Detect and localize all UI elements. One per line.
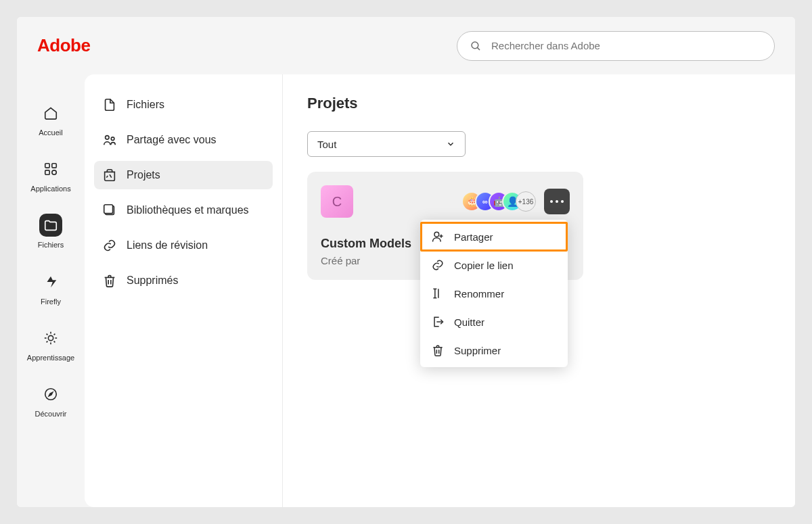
sidebar-item-partage[interactable]: Partagé avec vous (94, 126, 273, 154)
svg-rect-3 (52, 164, 56, 168)
page-title: Projets (307, 95, 771, 112)
file-icon (102, 97, 117, 112)
svg-point-23 (434, 232, 439, 237)
share-person-icon (431, 230, 445, 243)
rail-item-fichiers[interactable]: Fichiers (24, 214, 78, 249)
svg-rect-4 (45, 170, 49, 174)
sidebar-label: Projets (127, 169, 160, 181)
libraries-icon (102, 203, 117, 218)
menu-label: Supprimer (454, 345, 501, 356)
rename-icon (431, 287, 445, 300)
sidebar: Fichiers Partagé avec vous Projets Bibli… (85, 74, 282, 507)
more-options-button[interactable] (544, 189, 570, 214)
svg-line-13 (47, 341, 48, 342)
menu-label: Copier le lien (454, 260, 514, 271)
rail-item-apprentissage[interactable]: Apprentissage (24, 327, 78, 362)
sidebar-label: Bibliothèques et marques (127, 204, 249, 216)
apps-icon (39, 158, 62, 181)
nav-rail: Accueil Applications Fichiers Firefly (17, 74, 85, 507)
adobe-logo: Adobe (37, 35, 90, 56)
rail-label: Accueil (39, 128, 62, 137)
trash-icon (102, 273, 117, 288)
sidebar-label: Liens de révision (127, 239, 208, 252)
sidebar-item-liens[interactable]: Liens de révision (94, 231, 273, 260)
svg-rect-20 (104, 205, 113, 214)
svg-rect-2 (45, 164, 49, 168)
svg-line-12 (54, 341, 55, 342)
sidebar-label: Fichiers (127, 99, 164, 111)
rail-label: Firefly (41, 297, 61, 306)
project-card[interactable]: C 🎂 ∞ 🤖 👤 +136 Custom (307, 172, 583, 280)
svg-point-0 (472, 42, 478, 49)
svg-point-18 (111, 137, 114, 141)
search-field[interactable] (457, 31, 775, 61)
menu-item-renommer[interactable]: Renommer (420, 279, 568, 308)
avatar-stack: 🎂 ∞ 🤖 👤 +136 (461, 191, 536, 212)
rail-item-decouvrir[interactable]: Découvrir (24, 383, 78, 419)
menu-label: Renommer (454, 288, 504, 300)
filter-select[interactable]: Tout (307, 131, 466, 157)
sidebar-item-supprimes[interactable]: Supprimés (94, 266, 273, 295)
rail-label: Découvrir (35, 410, 66, 419)
svg-point-17 (106, 136, 110, 140)
svg-line-1 (477, 47, 480, 50)
menu-label: Partager (454, 231, 493, 243)
rail-label: Applications (30, 185, 70, 193)
files-icon (39, 214, 62, 237)
menu-item-supprimer[interactable]: Supprimer (420, 336, 568, 364)
learn-icon (39, 327, 62, 350)
chevron-down-icon (446, 139, 455, 149)
collaborators: 🎂 ∞ 🤖 👤 +136 (461, 189, 570, 214)
delete-icon (431, 343, 445, 357)
sidebar-item-projets[interactable]: Projets (94, 161, 273, 189)
sidebar-label: Partagé avec vous (127, 134, 217, 146)
sidebar-item-bibliotheques[interactable]: Bibliothèques et marques (94, 196, 273, 224)
app-window: Adobe Accueil Applications (17, 17, 795, 507)
home-icon (39, 101, 62, 124)
svg-line-14 (54, 333, 55, 335)
link-icon (431, 258, 445, 272)
avatar-more-count: +136 (516, 191, 536, 212)
card-header: C 🎂 ∞ 🤖 👤 +136 (321, 185, 570, 218)
main-content: Projets Tout C 🎂 ∞ 🤖 👤 +136 (282, 74, 795, 507)
discover-icon (39, 383, 62, 406)
link-icon (102, 238, 117, 253)
rail-label: Apprentissage (27, 354, 74, 362)
leave-icon (431, 315, 445, 329)
project-thumbnail: C (321, 185, 353, 218)
rail-label: Fichiers (38, 241, 64, 249)
rail-item-applications[interactable]: Applications (24, 158, 78, 193)
rail-item-accueil[interactable]: Accueil (24, 101, 78, 137)
search-input[interactable] (491, 40, 762, 51)
menu-item-copier-lien[interactable]: Copier le lien (420, 251, 568, 279)
svg-line-11 (47, 333, 48, 335)
svg-point-5 (52, 170, 56, 174)
sidebar-item-fichiers[interactable]: Fichiers (94, 91, 273, 119)
filter-value: Tout (317, 139, 336, 150)
projects-icon (102, 168, 117, 183)
top-bar: Adobe (17, 17, 795, 74)
svg-marker-16 (49, 392, 53, 396)
sidebar-label: Supprimés (127, 275, 178, 287)
search-icon (470, 40, 482, 52)
firefly-icon (39, 270, 62, 293)
menu-item-partager[interactable]: Partager (420, 222, 568, 252)
rail-item-firefly[interactable]: Firefly (24, 270, 78, 306)
menu-label: Quitter (454, 316, 484, 328)
context-menu: Partager Copier le lien Renommer Quitter (420, 220, 568, 367)
svg-point-6 (48, 335, 53, 340)
menu-item-quitter[interactable]: Quitter (420, 308, 568, 336)
shared-icon (102, 133, 117, 147)
lower-region: Accueil Applications Fichiers Firefly (17, 74, 795, 507)
